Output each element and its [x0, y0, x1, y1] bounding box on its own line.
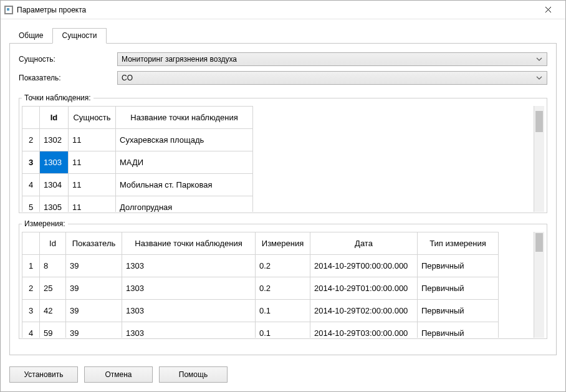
table-row[interactable]: 3130311МАДИ [22, 151, 253, 174]
cancel-button[interactable]: Отмена [84, 366, 153, 383]
tab-bar: Общие Сущности [9, 28, 557, 44]
cell[interactable]: 0.2 [256, 255, 310, 277]
col-value[interactable]: Измерения [256, 232, 310, 255]
chevron-down-icon [534, 75, 544, 81]
cell[interactable]: 59 [40, 322, 66, 338]
combo-entity-value: Мониторинг загрязнения воздуха [122, 55, 534, 64]
cell[interactable]: 1302 [40, 129, 69, 151]
label-entity: Сущность: [19, 55, 117, 64]
combo-measure[interactable]: CO [117, 71, 547, 85]
cell[interactable]: 11 [69, 129, 116, 151]
col-rownum [22, 232, 40, 255]
col-indicator[interactable]: Показатель [66, 232, 122, 255]
scrollbar-points[interactable] [534, 106, 544, 212]
cell[interactable]: 11 [69, 151, 116, 174]
cell[interactable]: 3 [22, 151, 40, 174]
table-row[interactable]: 4593913030.12014-10-29T03:00:00.000Перви… [22, 322, 499, 338]
combo-entity[interactable]: Мониторинг загрязнения воздуха [117, 52, 547, 66]
cell[interactable]: Первичный [418, 255, 499, 277]
button-bar: Установить Отмена Помощь [1, 360, 565, 391]
table-row[interactable]: 4130411Мобильная ст. Парковая [22, 174, 253, 196]
cell[interactable]: Сухаревская площадь [116, 129, 253, 151]
cell[interactable]: 25 [40, 277, 66, 300]
cell[interactable]: Мобильная ст. Парковая [116, 174, 253, 196]
close-button[interactable] [535, 1, 560, 19]
cell[interactable]: 2 [22, 129, 40, 151]
label-measure: Показатель: [19, 74, 117, 82]
table-points[interactable]: Id Сущность Название точки наблюдения 21… [22, 106, 253, 212]
window-title: Параметры проекта [17, 6, 535, 14]
cell[interactable]: 1303 [122, 255, 256, 277]
combo-measure-value: CO [122, 74, 534, 82]
cell[interactable]: 0.1 [256, 322, 310, 338]
col-date[interactable]: Дата [310, 232, 418, 255]
cell[interactable]: 1305 [40, 196, 69, 213]
cell[interactable]: 2014-10-29T03:00:00.000 [310, 322, 418, 338]
help-button[interactable]: Помощь [159, 366, 228, 383]
tab-entities[interactable]: Сущности [52, 28, 106, 44]
table-row[interactable]: 2253913030.22014-10-29T01:00:00.000Перви… [22, 277, 499, 300]
col-rownum [22, 107, 40, 129]
dialog-content: Общие Сущности Сущность: Мониторинг загр… [1, 19, 565, 360]
apply-button[interactable]: Установить [9, 366, 78, 383]
scrollbar-measurements[interactable] [534, 232, 544, 338]
titlebar: Параметры проекта [1, 1, 565, 19]
dialog-window: Параметры проекта Общие Сущности Сущност… [0, 0, 566, 392]
cell[interactable]: 3 [22, 300, 40, 322]
legend-points: Точки наблюдения: [22, 93, 94, 102]
cell[interactable]: Первичный [418, 277, 499, 300]
cell[interactable]: 4 [22, 322, 40, 338]
col-id[interactable]: Id [40, 232, 66, 255]
table-row[interactable]: 2130211Сухаревская площадь [22, 129, 253, 151]
cell[interactable]: 2014-10-29T02:00:00.000 [310, 300, 418, 322]
cell[interactable]: 39 [66, 300, 122, 322]
legend-measurements: Измерения: [22, 219, 68, 228]
cell[interactable]: 1303 [40, 151, 69, 174]
chevron-down-icon [534, 56, 544, 62]
cell[interactable]: 1304 [40, 174, 69, 196]
col-point[interactable]: Название точки наблюдения [122, 232, 256, 255]
cell[interactable]: Первичный [418, 300, 499, 322]
cell[interactable]: 11 [69, 196, 116, 213]
cell[interactable]: 42 [40, 300, 66, 322]
cell[interactable]: 8 [40, 255, 66, 277]
cell[interactable]: 1303 [122, 322, 256, 338]
cell[interactable]: 11 [69, 174, 116, 196]
tab-panel-entities: Сущность: Мониторинг загрязнения воздуха… [9, 43, 557, 355]
row-entity: Сущность: Мониторинг загрязнения воздуха [19, 52, 547, 66]
group-measurements: Измерения: Id Показатель Название точки … [19, 219, 547, 339]
cell[interactable]: 1 [22, 255, 40, 277]
col-entity[interactable]: Сущность [69, 107, 116, 129]
group-points: Точки наблюдения: Id Сущность Название т… [19, 93, 547, 213]
cell[interactable]: 2014-10-29T01:00:00.000 [310, 277, 418, 300]
tab-general[interactable]: Общие [9, 28, 52, 44]
col-type[interactable]: Тип измерения [418, 232, 499, 255]
table-measurements[interactable]: Id Показатель Название точки наблюдения … [22, 232, 499, 338]
cell[interactable]: 39 [66, 277, 122, 300]
cell[interactable]: 1303 [122, 277, 256, 300]
cell[interactable]: Долгопрудная [116, 196, 253, 213]
cell[interactable]: 39 [66, 255, 122, 277]
table-row[interactable]: 5130511Долгопрудная [22, 196, 253, 213]
cell[interactable]: 0.2 [256, 277, 310, 300]
col-name[interactable]: Название точки наблюдения [116, 107, 253, 129]
cell[interactable]: МАДИ [116, 151, 253, 174]
cell[interactable]: 1303 [122, 300, 256, 322]
cell[interactable]: 39 [66, 322, 122, 338]
cell[interactable]: 2014-10-29T00:00:00.000 [310, 255, 418, 277]
cell[interactable]: 5 [22, 196, 40, 213]
close-icon [545, 6, 552, 13]
cell[interactable]: 4 [22, 174, 40, 196]
cell[interactable]: Первичный [418, 322, 499, 338]
app-icon [4, 6, 13, 14]
cell[interactable]: 0.1 [256, 300, 310, 322]
row-measure: Показатель: CO [19, 71, 547, 85]
table-row[interactable]: 3423913030.12014-10-29T02:00:00.000Перви… [22, 300, 499, 322]
cell[interactable]: 2 [22, 277, 40, 300]
table-row[interactable]: 183913030.22014-10-29T00:00:00.000Первич… [22, 255, 499, 277]
col-id[interactable]: Id [40, 107, 69, 129]
